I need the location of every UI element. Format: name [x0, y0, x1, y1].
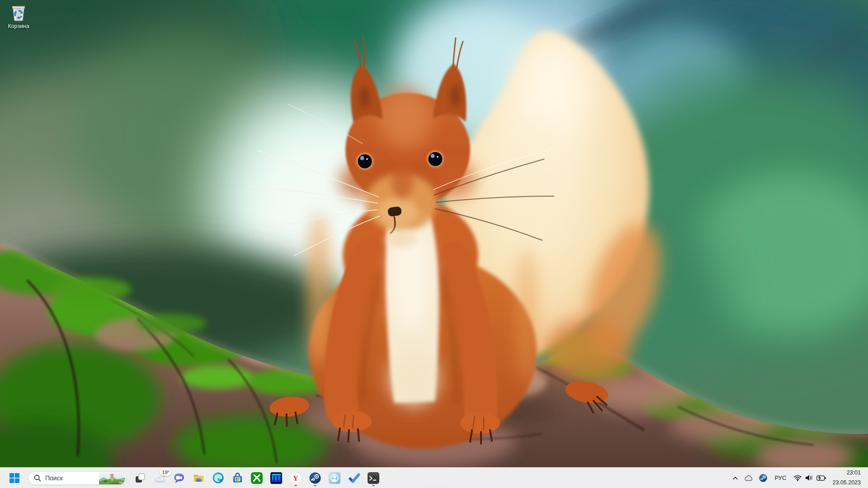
onedrive-cloud-icon	[744, 475, 753, 481]
wallpaper-squirrel	[0, 0, 868, 488]
search-icon	[34, 474, 41, 482]
search-placeholder: Поиск	[45, 474, 95, 482]
search-input[interactable]: Поиск	[28, 471, 127, 485]
tray-chevron-button[interactable]	[730, 469, 741, 487]
language-indicator[interactable]: РУС	[770, 469, 790, 487]
recycle-bin-label: Корзина	[8, 23, 29, 29]
todo-check-icon	[348, 472, 360, 484]
onedrive-tray-button[interactable]	[741, 469, 756, 487]
profile-app-icon	[329, 472, 340, 484]
steam-icon	[309, 472, 321, 484]
network-volume-battery-group[interactable]	[791, 469, 829, 487]
search-daily-image	[99, 472, 125, 484]
start-button[interactable]	[5, 469, 24, 487]
xbox-icon	[251, 472, 263, 484]
clock[interactable]: 23:01 23.05.2023	[830, 469, 864, 487]
chat-icon	[173, 472, 185, 484]
edge-browser-button[interactable]	[209, 469, 227, 487]
svg-text:Y: Y	[293, 474, 298, 482]
task-view-button[interactable]	[131, 469, 149, 487]
task-view-icon	[135, 473, 146, 483]
recycle-bin-icon	[9, 3, 28, 23]
terminal-icon	[368, 472, 379, 484]
chat-button[interactable]	[170, 469, 188, 487]
yandex-browser-icon: Y	[290, 472, 302, 484]
game-library-icon	[270, 472, 282, 484]
steam-tray-icon	[759, 474, 767, 482]
tray-time: 23:01	[847, 469, 861, 476]
edge-icon	[212, 472, 224, 483]
yandex-browser-button[interactable]: Y	[287, 469, 305, 487]
windows-logo-icon	[9, 473, 19, 483]
steam-button[interactable]	[306, 469, 324, 487]
wifi-icon	[793, 474, 802, 481]
microsoft-store-button[interactable]	[228, 469, 246, 487]
terminal-button[interactable]	[364, 469, 382, 487]
taskbar: Поиск	[0, 467, 868, 488]
profile-app-button[interactable]	[326, 469, 344, 487]
steam-tray-button[interactable]	[756, 469, 770, 487]
file-explorer-icon	[193, 472, 205, 484]
running-indicator	[372, 485, 375, 486]
game-library-button[interactable]	[267, 469, 285, 487]
widgets-button[interactable]: 19°	[151, 469, 169, 487]
microsoft-store-icon	[232, 472, 243, 483]
running-indicator	[314, 485, 316, 486]
recycle-bin-desktop-icon[interactable]: Корзина	[1, 3, 36, 29]
xbox-button[interactable]	[248, 469, 266, 487]
battery-charging-icon	[816, 475, 826, 481]
todo-button[interactable]	[345, 469, 363, 487]
desktop: Корзина Поиск	[0, 0, 868, 488]
tray-date: 23.05.2023	[832, 479, 861, 486]
chevron-up-icon	[732, 476, 738, 480]
volume-icon	[805, 474, 813, 481]
file-explorer-button[interactable]	[189, 469, 208, 487]
system-tray: РУС 23:	[730, 469, 864, 487]
running-indicator	[294, 485, 297, 486]
taskbar-left: Поиск	[5, 469, 382, 487]
